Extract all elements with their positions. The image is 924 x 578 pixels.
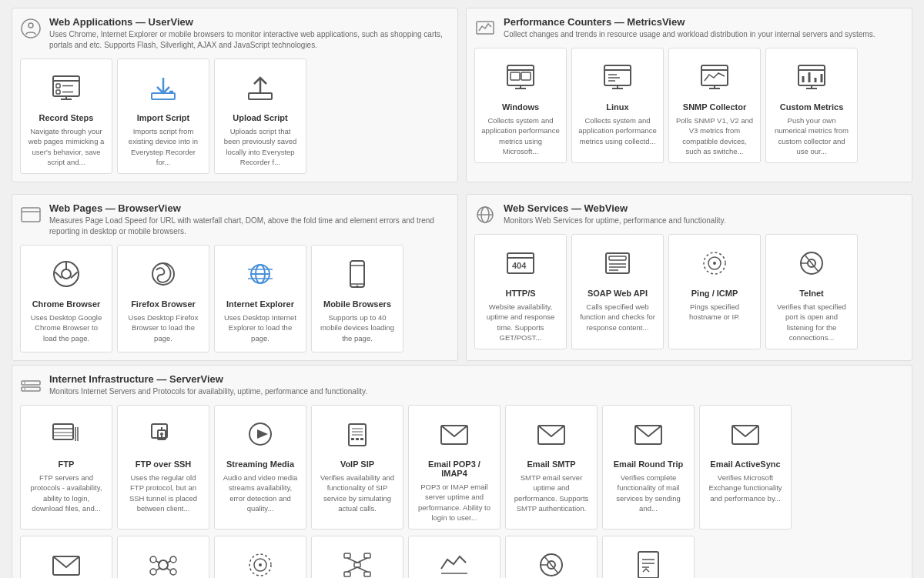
web-apps-title-block: Web Applications — UserView Uses Chrome,… bbox=[49, 16, 450, 51]
internet-infra-header: Internet Infrastructure — ServerView Mon… bbox=[20, 373, 904, 397]
svg-point-123 bbox=[24, 389, 25, 390]
web-pages-section: Web Pages — BrowserView Measures Page Lo… bbox=[12, 194, 458, 361]
svg-point-122 bbox=[24, 383, 25, 384]
perf-counters-header: Performance Counters — MetricsView Colle… bbox=[474, 16, 904, 40]
internet-infra-title-block: Internet Infrastructure — ServerView Mon… bbox=[49, 373, 904, 397]
firefox-title: Firefox Browser bbox=[131, 299, 196, 309]
linux-icon bbox=[598, 58, 637, 96]
web-pages-desc: Measures Page Load Speed for URL with wa… bbox=[49, 215, 450, 237]
web-services-icon bbox=[474, 204, 496, 226]
card-dns[interactable]: DNS Performs and verifies proper DNS res… bbox=[117, 536, 209, 578]
ping-web-icon bbox=[695, 244, 734, 282]
internet-infra-icon bbox=[20, 375, 42, 396]
mobile-icon bbox=[338, 255, 377, 293]
card-email-activesync[interactable]: Email ActiveSync Verifies Microsoft Exch… bbox=[699, 405, 792, 530]
perf-counters-desc: Collect changes and trends in resource u… bbox=[504, 29, 904, 40]
card-voip[interactable]: VoIP SIP Verifies availability and funct… bbox=[311, 405, 403, 530]
ftp-ssh-title: FTP over SSH bbox=[136, 459, 192, 469]
email-smtp-title: Email SMTP bbox=[527, 459, 576, 469]
card-email-smtp[interactable]: Email SMTP SMTP email server uptime and … bbox=[505, 405, 598, 530]
web-services-section: Web Services — WebView Monitors Web Serv… bbox=[466, 194, 912, 361]
card-ftp[interactable]: FTP FTP servers and protocols - availabi… bbox=[20, 405, 112, 530]
email-round-trip-desc: Verifies complete functionality of mail … bbox=[609, 473, 688, 513]
record-steps-title: Record Steps bbox=[39, 113, 94, 122]
card-email-round-trip[interactable]: Email Round Trip Verifies complete funct… bbox=[602, 405, 695, 530]
card-linux[interactable]: Linux Collects system and application pe… bbox=[571, 48, 664, 163]
https-title: HTTP/S bbox=[505, 289, 535, 298]
perf-counters-section: Performance Counters — MetricsView Colle… bbox=[466, 8, 912, 182]
card-email-pop3[interactable]: Email POP3 / IMAP4 POP3 or IMAP email se… bbox=[408, 405, 500, 530]
card-snmp[interactable]: SNMP Collector Polls SNMP V1, V2 and V3 … bbox=[668, 48, 761, 163]
email-activesync-icon bbox=[726, 415, 765, 453]
chrome-desc: Uses Desktop Google Chrome Browser to lo… bbox=[27, 312, 105, 343]
card-udp[interactable]: UDP Checks availability and response tim… bbox=[408, 536, 500, 578]
custom-metrics-title: Custom Metrics bbox=[780, 102, 844, 112]
ping-srv-icon bbox=[241, 546, 280, 578]
perf-counters-cards: Windows Collects system and application … bbox=[474, 48, 904, 163]
web-services-cards: HTTP/S Website availability, uptime and … bbox=[474, 234, 904, 349]
firefox-desc: Uses Desktop Firefox Browser to load the… bbox=[124, 312, 203, 343]
card-ping-web[interactable]: Ping / ICMP Pings specified hostname or … bbox=[668, 234, 761, 349]
web-apps-header: Web Applications — UserView Uses Chrome,… bbox=[20, 16, 450, 51]
chrome-icon bbox=[47, 255, 85, 293]
windows-icon bbox=[501, 58, 540, 96]
card-import-script[interactable]: Import Script Imports script from existi… bbox=[117, 58, 209, 174]
soap-icon bbox=[598, 244, 637, 282]
soap-title: SOAP Web API bbox=[588, 289, 648, 298]
windows-title: Windows bbox=[502, 102, 539, 112]
web-services-header: Web Services — WebView Monitors Web Serv… bbox=[474, 202, 904, 226]
web-pages-title: Web Pages — BrowserView bbox=[49, 202, 450, 214]
import-script-icon bbox=[144, 68, 182, 107]
card-ie[interactable]: Internet Explorer Uses Desktop Internet … bbox=[214, 245, 306, 352]
card-mobile[interactable]: Mobile Browsers Supports up to 40 mobile… bbox=[311, 245, 403, 352]
card-email-dns-blacklist[interactable]: Email DNS Blacklist Detects when a mail … bbox=[20, 536, 112, 578]
card-chrome[interactable]: Chrome Browser Uses Desktop Google Chrom… bbox=[20, 245, 112, 352]
telnet-srv-icon bbox=[532, 546, 571, 578]
card-custom-metrics[interactable]: Custom Metrics Push your own numerical m… bbox=[765, 48, 858, 163]
dns-icon bbox=[144, 546, 182, 578]
email-activesync-desc: Verifies Microsoft Exchange functionalit… bbox=[706, 473, 785, 503]
card-traceroute[interactable]: Traceroute Performs traceroute to specif… bbox=[311, 536, 403, 578]
voip-title: VoIP SIP bbox=[340, 459, 374, 469]
import-script-title: Import Script bbox=[137, 113, 189, 122]
snmp-title: SNMP Collector bbox=[683, 102, 746, 112]
ie-title: Internet Explorer bbox=[226, 299, 294, 309]
web-pages-title-block: Web Pages — BrowserView Measures Page Lo… bbox=[49, 202, 450, 237]
card-upload-script[interactable]: Upload Script Uploads script that been p… bbox=[214, 58, 306, 174]
email-smtp-desc: SMTP email server uptime and performance… bbox=[512, 473, 591, 513]
card-telnet-web[interactable]: Telnet Verifies that specified port is o… bbox=[765, 234, 858, 349]
card-custom-script[interactable]: Custom Script Provides custom monitoring… bbox=[602, 536, 695, 578]
card-record-steps[interactable]: Record Steps Navigate through your web p… bbox=[20, 58, 112, 174]
web-services-desc: Monitors Web Services for uptime, perfor… bbox=[504, 215, 904, 226]
card-streaming[interactable]: Streaming Media Audio and video media st… bbox=[214, 405, 306, 530]
custom-metrics-desc: Push your own numerical metrics from cus… bbox=[772, 115, 851, 156]
custom-script-icon bbox=[629, 546, 668, 578]
web-pages-icon bbox=[20, 204, 42, 226]
linux-desc: Collects system and application performa… bbox=[578, 115, 657, 146]
udp-icon bbox=[435, 546, 474, 578]
email-pop3-icon bbox=[435, 415, 474, 453]
internet-infra-section: Internet Infrastructure — ServerView Mon… bbox=[0, 365, 924, 578]
upload-script-title: Upload Script bbox=[233, 113, 288, 122]
https-desc: Website availability, uptime and respons… bbox=[481, 302, 560, 342]
record-steps-icon bbox=[47, 68, 85, 107]
card-soap[interactable]: SOAP Web API Calls specified web functio… bbox=[571, 234, 664, 349]
svg-point-113 bbox=[28, 23, 33, 28]
card-firefox[interactable]: Firefox Browser Uses Desktop Firefox Bro… bbox=[117, 245, 209, 352]
perf-counters-icon bbox=[474, 18, 496, 39]
web-apps-cards: Record Steps Navigate through your web p… bbox=[20, 58, 450, 174]
record-steps-desc: Navigate through your web pages mimickin… bbox=[27, 126, 105, 167]
internet-infra-panel: Internet Infrastructure — ServerView Mon… bbox=[12, 365, 912, 578]
card-ftp-ssh[interactable]: FTP over SSH Uses the regular old FTP pr… bbox=[117, 405, 209, 530]
card-https[interactable]: HTTP/S Website availability, uptime and … bbox=[474, 234, 567, 349]
voip-icon bbox=[338, 415, 377, 453]
ftp-title: FTP bbox=[59, 459, 75, 469]
ping-web-desc: Pings specified hostname or IP. bbox=[675, 302, 754, 322]
card-ping-srv[interactable]: Ping / ICMP Pings specified hostname or … bbox=[214, 536, 306, 578]
voip-desc: Verifies availability and functionality … bbox=[318, 473, 397, 513]
card-windows[interactable]: Windows Collects system and application … bbox=[474, 48, 567, 163]
ie-desc: Uses Desktop Internet Explorer to load t… bbox=[221, 312, 300, 343]
ie-icon bbox=[241, 255, 280, 293]
svg-point-112 bbox=[22, 19, 40, 38]
card-telnet-srv[interactable]: Telnet Verifies that specified port is o… bbox=[505, 536, 598, 578]
